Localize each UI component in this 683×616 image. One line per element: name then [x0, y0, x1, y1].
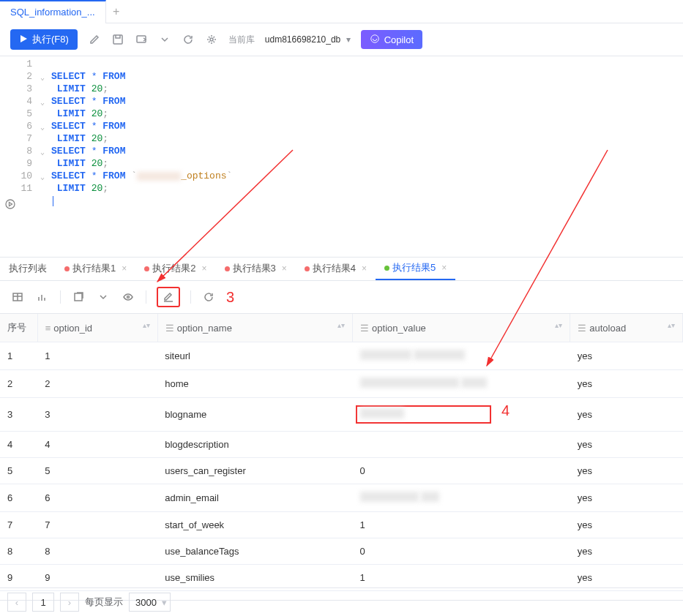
table-row[interactable]: 88use_balanceTags0yes — [0, 538, 683, 565]
cell-option-name: use_balanceTags — [157, 538, 352, 565]
cell-option-name: blogdescription — [157, 432, 352, 458]
cell-option-value — [353, 342, 570, 370]
copilot-label: Copilot — [384, 34, 414, 45]
cell-option-id: 4 — [37, 432, 157, 458]
close-icon[interactable]: × — [122, 263, 127, 274]
cell-option-value — [353, 484, 570, 512]
table-row[interactable]: 55users_can_register0yes — [0, 458, 683, 484]
svg-rect-6 — [75, 293, 82, 301]
cell-autoload: yes — [570, 484, 683, 512]
pagination: ‹ 1 › 每页显示 3000 — [0, 587, 683, 616]
sort-icon[interactable]: ▴▾ — [555, 323, 562, 328]
table-header-row: 序号 ≡option_id▴▾ ☰option_name▴▾ ☰option_v… — [0, 314, 683, 342]
result-tab[interactable]: 执行结果5× — [376, 257, 455, 280]
cell-option-id: 3 — [37, 398, 157, 432]
result-tab[interactable]: 执行结果1× — [56, 257, 135, 280]
cell-seq: 3 — [0, 398, 37, 432]
cell-autoload: yes — [570, 398, 683, 432]
text-col-icon: ☰ — [360, 323, 369, 334]
prev-page[interactable]: ‹ — [7, 593, 26, 612]
col-option-name[interactable]: ☰option_name▴▾ — [157, 314, 352, 342]
status-dot — [144, 266, 149, 271]
svg-rect-0 — [113, 35, 122, 44]
cell-autoload: yes — [570, 512, 683, 538]
cell-seq: 1 — [0, 342, 37, 370]
cell-option-name: users_can_register — [157, 458, 352, 484]
cell-option-id: 1 — [37, 342, 157, 370]
col-option-id[interactable]: ≡option_id▴▾ — [37, 314, 157, 342]
result-tab[interactable]: 执行结果4× — [296, 257, 376, 280]
export-icon[interactable] — [135, 33, 148, 46]
numeric-col-icon: ≡ — [45, 323, 51, 334]
table-row[interactable]: 33blognameyes — [0, 398, 683, 432]
status-dot — [384, 266, 389, 271]
annotation-3-label: 3 — [226, 289, 234, 306]
result-tab-list[interactable]: 执行列表 — [0, 257, 56, 280]
table-row[interactable]: 22home yes — [0, 370, 683, 398]
cell-seq: 6 — [0, 484, 37, 512]
text-col-icon: ☰ — [165, 323, 174, 334]
refresh-icon[interactable] — [182, 33, 195, 46]
run-label: 执行(F8) — [32, 33, 69, 46]
cell-seq: 2 — [0, 370, 37, 398]
page-number[interactable]: 1 — [32, 593, 54, 612]
file-tab-active[interactable]: SQL_information_... — [0, 0, 106, 23]
cell-option-id: 5 — [37, 458, 157, 484]
cell-autoload: yes — [570, 458, 683, 484]
run-button[interactable]: 执行(F8) — [10, 29, 78, 50]
close-icon[interactable]: × — [282, 263, 287, 274]
close-icon[interactable]: × — [441, 263, 447, 273]
eye-icon[interactable] — [121, 290, 135, 304]
pencil-underline-icon[interactable] — [161, 290, 176, 304]
cell-autoload: yes — [570, 342, 683, 370]
popup-icon[interactable] — [71, 290, 86, 304]
svg-point-4 — [6, 200, 15, 209]
cell-option-value — [353, 432, 570, 458]
col-seq[interactable]: 序号 — [0, 314, 37, 342]
table-row[interactable]: 77start_of_week1yes — [0, 512, 683, 538]
col-option-value[interactable]: ☰option_value▴▾ — [353, 314, 570, 342]
run-line-icon[interactable] — [5, 199, 15, 212]
sort-icon[interactable]: ▴▾ — [337, 323, 345, 328]
sort-icon[interactable]: ▴▾ — [668, 323, 675, 328]
col-autoload[interactable]: ☰autoload▴▾ — [570, 314, 683, 342]
per-page-select[interactable]: 3000 — [129, 593, 171, 612]
table-row[interactable]: 44blogdescriptionyes — [0, 432, 683, 458]
cell-option-name: siteurl — [157, 342, 352, 370]
svg-point-2 — [210, 38, 213, 41]
results-table: 序号 ≡option_id▴▾ ☰option_name▴▾ ☰option_v… — [0, 314, 683, 601]
cell-seq: 4 — [0, 432, 37, 458]
copilot-icon — [370, 34, 380, 46]
svg-point-3 — [370, 34, 378, 42]
save-icon[interactable] — [111, 33, 124, 46]
cell-autoload: yes — [570, 370, 683, 398]
table-row[interactable]: 66admin_email yes — [0, 484, 683, 512]
annotation-3-target — [157, 287, 180, 307]
per-page-label: 每页显示 — [85, 596, 123, 609]
close-icon[interactable]: × — [201, 263, 206, 274]
next-page[interactable]: › — [60, 593, 79, 612]
chart-icon[interactable] — [35, 290, 50, 304]
edit-icon[interactable] — [88, 33, 101, 46]
table-row[interactable]: 11siteurl yes — [0, 342, 683, 370]
copilot-button[interactable]: Copilot — [361, 30, 422, 49]
file-tab-add[interactable]: + — [106, 5, 127, 18]
sort-icon[interactable]: ▴▾ — [143, 323, 150, 328]
code-area[interactable]: SELECT * FROM LIMIT 20;SELECT * FROM LIM… — [37, 56, 232, 257]
close-icon[interactable]: × — [362, 263, 367, 274]
cell-option-id: 6 — [37, 484, 157, 512]
dropdown-icon[interactable] — [158, 33, 171, 46]
result-tab[interactable]: 执行结果3× — [216, 257, 296, 280]
result-tabs: 执行列表 执行结果1×执行结果2×执行结果3×执行结果4×执行结果5× — [0, 258, 683, 281]
table-icon[interactable] — [10, 290, 25, 304]
gear-icon[interactable] — [205, 33, 218, 46]
annotation-4-target — [356, 405, 491, 424]
db-selector[interactable]: udm816698210_db ▾ — [265, 34, 351, 45]
cell-option-value: 0 — [353, 458, 570, 484]
result-tab[interactable]: 执行结果2× — [135, 257, 215, 280]
dropdown2-icon[interactable] — [96, 290, 111, 304]
reload-icon[interactable] — [201, 290, 216, 304]
cell-autoload: yes — [570, 432, 683, 458]
sql-editor[interactable]: 12⌄34⌄56⌄78⌄910⌄11 SELECT * FROM LIMIT 2… — [0, 56, 683, 258]
status-dot — [305, 266, 310, 271]
